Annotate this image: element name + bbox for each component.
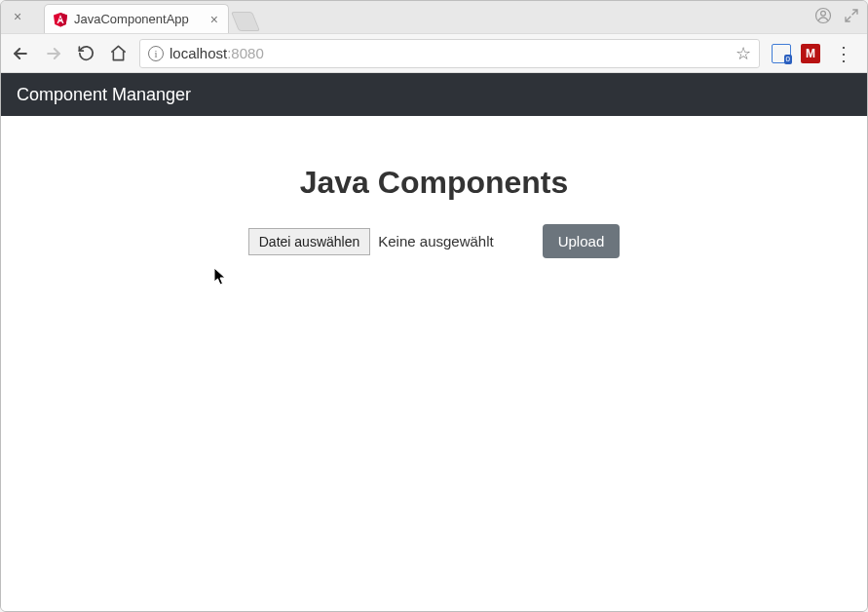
extension-mendeley-icon[interactable]: M (801, 44, 820, 63)
back-button[interactable] (11, 44, 30, 63)
page-viewport: Component Mananger Java Components Datei… (1, 73, 867, 611)
tab-title: JavaComponentApp (74, 12, 205, 26)
browser-window: × JavaComponentApp × (0, 0, 868, 612)
forward-button[interactable] (44, 44, 63, 63)
window-maximize-icon[interactable] (844, 8, 859, 23)
angular-icon (53, 12, 68, 27)
page-body: Java Components Datei auswählen Keine au… (1, 116, 867, 611)
bookmark-star-icon[interactable]: ☆ (736, 45, 751, 62)
browser-toolbar: i localhost:8080 ☆ 0 M ⋮ (1, 34, 867, 73)
home-button[interactable] (109, 44, 128, 62)
site-info-icon[interactable]: i (148, 46, 164, 61)
nav-icons (11, 44, 128, 63)
browser-titlebar: × JavaComponentApp × (1, 1, 867, 34)
upload-button[interactable]: Upload (543, 224, 621, 258)
svg-point-3 (821, 11, 826, 16)
file-input[interactable]: Datei auswählen (248, 228, 371, 255)
app-navbar: Component Mananger (1, 73, 867, 116)
page-heading: Java Components (1, 165, 867, 201)
app-navbar-title: Component Mananger (17, 85, 191, 105)
url-host: localhost (170, 45, 227, 61)
tab-close-icon[interactable]: × (210, 13, 218, 26)
file-choose-button[interactable]: Datei auswählen (248, 228, 371, 255)
reload-button[interactable] (77, 44, 95, 62)
toolbar-right: 0 M ⋮ (772, 44, 857, 63)
window-close-button[interactable]: × (9, 9, 26, 26)
url-text: localhost:8080 (170, 45, 264, 61)
window-controls (814, 7, 859, 24)
browser-menu-icon[interactable]: ⋮ (830, 44, 857, 63)
upload-form: Datei auswählen Keine ausgewählt Upload (1, 224, 867, 258)
address-bar[interactable]: i localhost:8080 ☆ (139, 39, 760, 68)
url-port: :8080 (227, 45, 264, 61)
user-account-icon[interactable] (814, 7, 832, 24)
new-tab-button[interactable] (231, 12, 260, 31)
browser-tab[interactable]: JavaComponentApp × (44, 4, 229, 33)
extension-devtools-icon[interactable]: 0 (772, 44, 791, 63)
extension-devtools-badge: 0 (784, 55, 792, 64)
file-selection-status: Keine ausgewählt (378, 233, 493, 249)
